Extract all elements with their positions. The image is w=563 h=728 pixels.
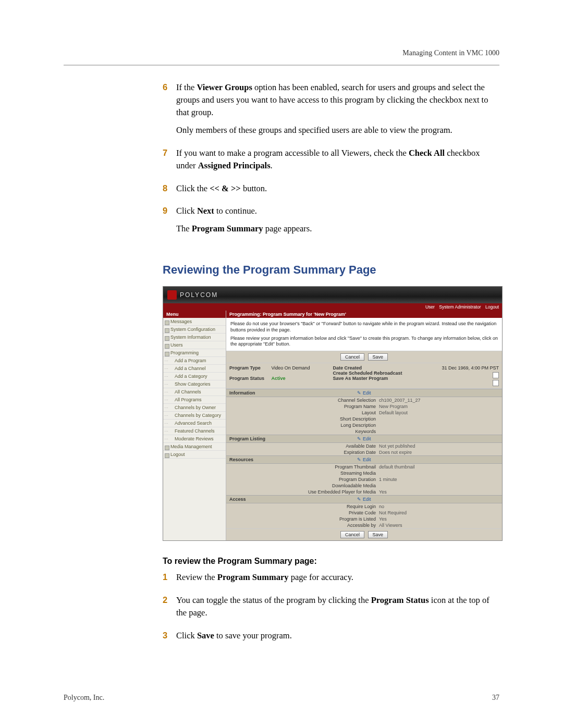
menu-item[interactable]: Advanced Search	[163, 419, 226, 427]
rebroadcast-checkbox[interactable]	[493, 372, 499, 378]
program-type-label: Program Type	[229, 365, 270, 371]
step-para: If you want to make a program accessible…	[176, 147, 497, 172]
kv-value	[379, 429, 499, 434]
cancel-button[interactable]: Cancel	[340, 353, 364, 361]
kv-key: Keywords	[229, 429, 379, 434]
menu-header: Menu	[163, 311, 226, 318]
logout-link[interactable]: Logout	[485, 304, 499, 310]
kv-value: 1 minute	[379, 477, 499, 482]
kv-row: Require Loginno	[226, 503, 502, 510]
step-body: Review the Program Summary page for accu…	[176, 571, 497, 589]
save-master-checkbox[interactable]	[493, 380, 499, 386]
step-number: 7	[163, 147, 176, 177]
step-body: If you want to make a program accessible…	[176, 147, 497, 177]
kv-row: Program NameNew Program	[226, 403, 502, 410]
screenshot-program-summary: POLYCOM User System Administrator Logout…	[163, 286, 503, 541]
step: 7If you want to make a program accessibl…	[163, 147, 497, 177]
menu-item[interactable]: Channels by Owner	[163, 404, 226, 412]
step-number: 8	[163, 182, 176, 200]
menu-item[interactable]: Users	[163, 341, 226, 349]
step: 9Click Next to continue.The Program Summ…	[163, 205, 497, 240]
footer-left: Polycom, Inc.	[64, 694, 104, 702]
menu-item[interactable]: System Information	[163, 334, 226, 341]
program-status-value[interactable]: Active	[272, 376, 286, 381]
menu-item[interactable]: Featured Channels	[163, 427, 226, 435]
notice-1: Please do not use your browser's "Back" …	[230, 321, 498, 333]
kv-row: Available DateNot yet published	[226, 443, 502, 449]
step-para: Click Save to save your program.	[176, 630, 497, 642]
kv-value: Yes	[379, 489, 499, 495]
top-red-bar: User System Administrator Logout	[163, 303, 502, 311]
kv-row: Streaming Media	[226, 470, 502, 476]
notice-area: Please do not use your browser's "Back" …	[226, 318, 502, 351]
kv-row: Expiration DateDoes not expire	[226, 449, 502, 455]
step-para: Review the Program Summary page for accu…	[176, 571, 497, 584]
save-button-bottom[interactable]: Save	[368, 531, 388, 538]
kv-key: Program Thumbnail	[229, 464, 379, 470]
kv-key: Accessible by	[229, 523, 379, 528]
kv-value: Yes	[379, 516, 499, 522]
sections: Information✎ EditChannel Selectionch100_…	[226, 389, 502, 528]
edit-link[interactable]: ✎ Edit	[357, 497, 371, 502]
menu-items: MessagesSystem ConfigurationSystem Infor…	[163, 318, 226, 459]
notice-2: Please review your program information b…	[230, 336, 498, 348]
save-master-label: Save As Master Program	[333, 376, 388, 381]
kv-key: Channel Selection	[229, 398, 379, 403]
rebroadcast-label: Create Scheduled Rebroadcast	[333, 371, 402, 376]
kv-key: Require Login	[229, 504, 379, 509]
menu-item[interactable]: Show Categories	[163, 380, 226, 388]
save-button[interactable]: Save	[368, 353, 388, 361]
menu-item[interactable]: All Channels	[163, 388, 226, 396]
kv-row: Channel Selectionch100_2007_11_27	[226, 397, 502, 403]
step: 2You can toggle the status of the progra…	[163, 594, 497, 624]
subheading: To review the Program Summary page:	[163, 557, 499, 566]
footer-pagenum: 37	[492, 694, 499, 702]
menu-item[interactable]: Logout	[163, 451, 226, 459]
menu-item[interactable]: Add a Category	[163, 373, 226, 380]
kv-key: Program is Listed	[229, 516, 379, 522]
edit-link[interactable]: ✎ Edit	[357, 390, 371, 396]
main-panel: Programming: Program Summary for 'New Pr…	[226, 311, 502, 540]
edit-link[interactable]: ✎ Edit	[357, 436, 371, 441]
menu-item[interactable]: Channels by Category	[163, 412, 226, 419]
menu-item[interactable]: Messages	[163, 318, 226, 326]
step: 6If the Viewer Groups option has been en…	[163, 81, 497, 142]
menu-item[interactable]: All Programs	[163, 396, 226, 404]
edit-link[interactable]: ✎ Edit	[357, 457, 371, 462]
kv-row: Downloadable Media	[226, 483, 502, 489]
section-bar-access: Access✎ Edit	[226, 495, 502, 503]
kv-value	[379, 471, 499, 476]
menu-item[interactable]: Programming	[163, 349, 226, 357]
menu-item[interactable]: Media Management	[163, 443, 226, 451]
step-number: 2	[163, 594, 176, 624]
kv-row: Program Duration1 minute	[226, 476, 502, 483]
kv-key: Short Description	[229, 416, 379, 422]
step-para: You can toggle the status of the program…	[176, 594, 497, 619]
kv-row: Keywords	[226, 428, 502, 435]
steps-top: 6If the Viewer Groups option has been en…	[163, 81, 497, 240]
kv-value: default thumbnail	[379, 464, 499, 470]
step-body: Click the << & >> button.	[176, 182, 497, 200]
kv-row: Long Description	[226, 422, 502, 428]
menu-item[interactable]: Moderate Reviews	[163, 435, 226, 443]
app-banner: POLYCOM	[163, 287, 502, 303]
header-rule	[64, 65, 499, 66]
cancel-button-bottom[interactable]: Cancel	[340, 531, 364, 538]
kv-key: Program Duration	[229, 477, 379, 482]
step-para: Click Next to continue.	[176, 205, 497, 217]
kv-key: Use Embedded Player for Media	[229, 489, 379, 495]
menu-item[interactable]: System Configuration	[163, 326, 226, 334]
kv-key: Layout	[229, 410, 379, 415]
kv-value: Not Required	[379, 510, 499, 515]
menu-item[interactable]: Add a Program	[163, 357, 226, 365]
step: 8Click the << & >> button.	[163, 182, 497, 200]
menu-item[interactable]: Add a Channel	[163, 365, 226, 373]
step-body: If the Viewer Groups option has been ena…	[176, 81, 497, 142]
kv-key: Private Code	[229, 510, 379, 515]
program-status-label: Program Status	[229, 376, 270, 381]
step-para: Only members of these groups and specifi…	[176, 124, 497, 137]
kv-value: no	[379, 504, 499, 509]
page-footer: Polycom, Inc. 37	[64, 694, 499, 702]
logo-icon	[167, 290, 177, 300]
kv-key: Long Description	[229, 423, 379, 428]
